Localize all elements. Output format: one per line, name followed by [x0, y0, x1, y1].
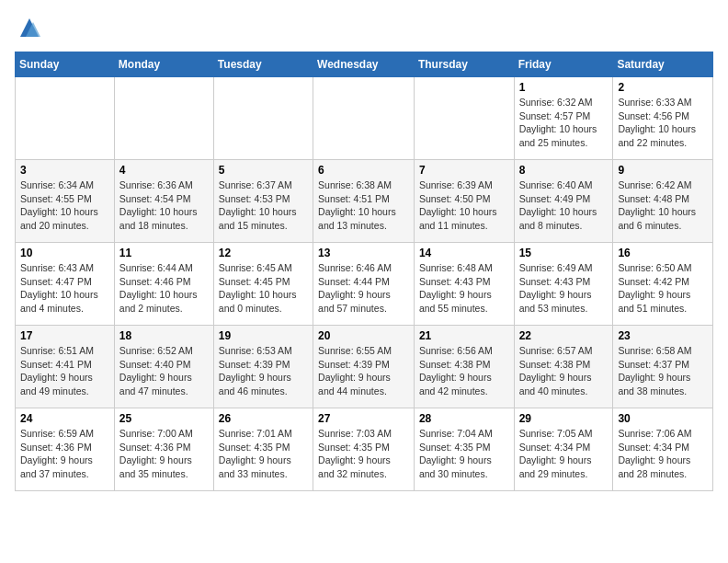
day-number: 26 [219, 412, 308, 425]
day-number: 1 [519, 81, 609, 94]
day-info: Sunrise: 6:50 AM Sunset: 4:42 PM Dayligh… [618, 261, 708, 316]
calendar-cell [414, 77, 514, 160]
day-number: 7 [419, 164, 509, 177]
day-number: 9 [618, 164, 708, 177]
day-number: 6 [318, 164, 409, 177]
day-info: Sunrise: 6:51 AM Sunset: 4:41 PM Dayligh… [20, 344, 109, 398]
calendar-cell: 30Sunrise: 7:06 AM Sunset: 4:34 PM Dayli… [613, 408, 713, 491]
day-info: Sunrise: 6:40 AM Sunset: 4:49 PM Dayligh… [519, 178, 609, 233]
day-info: Sunrise: 7:06 AM Sunset: 4:34 PM Dayligh… [618, 427, 708, 481]
header [15, 15, 713, 40]
calendar-week-row: 10Sunrise: 6:43 AM Sunset: 4:47 PM Dayli… [16, 243, 713, 326]
day-number: 4 [119, 164, 209, 177]
day-info: Sunrise: 7:04 AM Sunset: 4:35 PM Dayligh… [419, 427, 509, 481]
day-info: Sunrise: 6:49 AM Sunset: 4:43 PM Dayligh… [519, 261, 609, 316]
day-info: Sunrise: 6:55 AM Sunset: 4:39 PM Dayligh… [318, 344, 409, 398]
day-number: 22 [519, 329, 609, 342]
day-info: Sunrise: 6:57 AM Sunset: 4:38 PM Dayligh… [519, 344, 609, 398]
day-number: 25 [119, 412, 209, 425]
calendar-cell: 17Sunrise: 6:51 AM Sunset: 4:41 PM Dayli… [16, 326, 115, 408]
day-number: 8 [519, 164, 609, 177]
day-info: Sunrise: 6:46 AM Sunset: 4:44 PM Dayligh… [318, 261, 409, 316]
calendar-cell [213, 77, 313, 160]
day-number: 16 [618, 247, 708, 259]
day-number: 5 [219, 164, 308, 177]
weekday-header-tuesday: Tuesday [213, 52, 313, 77]
day-number: 10 [20, 247, 109, 259]
day-info: Sunrise: 7:05 AM Sunset: 4:34 PM Dayligh… [519, 427, 609, 481]
calendar-cell: 27Sunrise: 7:03 AM Sunset: 4:35 PM Dayli… [313, 408, 415, 491]
calendar-cell: 18Sunrise: 6:52 AM Sunset: 4:40 PM Dayli… [114, 326, 213, 408]
calendar-cell: 22Sunrise: 6:57 AM Sunset: 4:38 PM Dayli… [514, 326, 613, 408]
weekday-header-sunday: Sunday [16, 52, 115, 77]
day-number: 28 [419, 412, 509, 425]
day-info: Sunrise: 6:33 AM Sunset: 4:56 PM Dayligh… [618, 96, 708, 150]
day-info: Sunrise: 6:44 AM Sunset: 4:46 PM Dayligh… [119, 261, 209, 316]
day-number: 2 [618, 81, 708, 94]
day-info: Sunrise: 6:38 AM Sunset: 4:51 PM Dayligh… [318, 178, 409, 233]
calendar-cell: 11Sunrise: 6:44 AM Sunset: 4:46 PM Dayli… [114, 243, 213, 326]
calendar-cell: 24Sunrise: 6:59 AM Sunset: 4:36 PM Dayli… [16, 408, 115, 491]
day-info: Sunrise: 6:36 AM Sunset: 4:54 PM Dayligh… [119, 178, 209, 233]
calendar-cell: 4Sunrise: 6:36 AM Sunset: 4:54 PM Daylig… [114, 160, 213, 243]
calendar-cell: 14Sunrise: 6:48 AM Sunset: 4:43 PM Dayli… [414, 243, 514, 326]
weekday-header-row: SundayMondayTuesdayWednesdayThursdayFrid… [16, 52, 713, 77]
calendar-cell: 6Sunrise: 6:38 AM Sunset: 4:51 PM Daylig… [313, 160, 415, 243]
calendar-cell [16, 77, 115, 160]
day-info: Sunrise: 6:45 AM Sunset: 4:45 PM Dayligh… [219, 261, 308, 316]
calendar-cell [114, 77, 213, 160]
day-info: Sunrise: 6:34 AM Sunset: 4:55 PM Dayligh… [20, 178, 109, 233]
calendar-cell: 1Sunrise: 6:32 AM Sunset: 4:57 PM Daylig… [514, 77, 613, 160]
calendar-cell: 16Sunrise: 6:50 AM Sunset: 4:42 PM Dayli… [613, 243, 713, 326]
day-number: 30 [618, 412, 708, 425]
calendar-cell: 9Sunrise: 6:42 AM Sunset: 4:48 PM Daylig… [613, 160, 713, 243]
day-number: 12 [219, 247, 308, 259]
day-info: Sunrise: 6:37 AM Sunset: 4:53 PM Dayligh… [219, 178, 308, 233]
day-info: Sunrise: 6:42 AM Sunset: 4:48 PM Dayligh… [618, 178, 708, 233]
day-number: 15 [519, 247, 609, 259]
calendar-cell: 26Sunrise: 7:01 AM Sunset: 4:35 PM Dayli… [213, 408, 313, 491]
calendar-cell: 23Sunrise: 6:58 AM Sunset: 4:37 PM Dayli… [613, 326, 713, 408]
day-number: 23 [618, 329, 708, 342]
day-number: 24 [20, 412, 109, 425]
calendar-cell: 12Sunrise: 6:45 AM Sunset: 4:45 PM Dayli… [213, 243, 313, 326]
calendar-cell: 5Sunrise: 6:37 AM Sunset: 4:53 PM Daylig… [213, 160, 313, 243]
day-number: 3 [20, 164, 109, 177]
logo-icon [17, 15, 42, 40]
day-info: Sunrise: 6:32 AM Sunset: 4:57 PM Dayligh… [519, 96, 609, 150]
day-info: Sunrise: 6:58 AM Sunset: 4:37 PM Dayligh… [618, 344, 708, 398]
calendar-cell: 29Sunrise: 7:05 AM Sunset: 4:34 PM Dayli… [514, 408, 613, 491]
day-number: 29 [519, 412, 609, 425]
day-info: Sunrise: 7:03 AM Sunset: 4:35 PM Dayligh… [318, 427, 409, 481]
calendar-cell: 10Sunrise: 6:43 AM Sunset: 4:47 PM Dayli… [16, 243, 115, 326]
weekday-header-thursday: Thursday [414, 52, 514, 77]
calendar-week-row: 3Sunrise: 6:34 AM Sunset: 4:55 PM Daylig… [16, 160, 713, 243]
day-info: Sunrise: 6:39 AM Sunset: 4:50 PM Dayligh… [419, 178, 509, 233]
day-info: Sunrise: 6:52 AM Sunset: 4:40 PM Dayligh… [119, 344, 209, 398]
calendar-week-row: 1Sunrise: 6:32 AM Sunset: 4:57 PM Daylig… [16, 77, 713, 160]
weekday-header-saturday: Saturday [613, 52, 713, 77]
calendar-cell: 20Sunrise: 6:55 AM Sunset: 4:39 PM Dayli… [313, 326, 415, 408]
calendar-cell: 25Sunrise: 7:00 AM Sunset: 4:36 PM Dayli… [114, 408, 213, 491]
calendar-cell: 21Sunrise: 6:56 AM Sunset: 4:38 PM Dayli… [414, 326, 514, 408]
day-number: 11 [119, 247, 209, 259]
day-info: Sunrise: 6:53 AM Sunset: 4:39 PM Dayligh… [219, 344, 308, 398]
calendar-cell: 19Sunrise: 6:53 AM Sunset: 4:39 PM Dayli… [213, 326, 313, 408]
day-number: 19 [219, 329, 308, 342]
day-number: 21 [419, 329, 509, 342]
calendar-cell: 3Sunrise: 6:34 AM Sunset: 4:55 PM Daylig… [16, 160, 115, 243]
calendar-table: SundayMondayTuesdayWednesdayThursdayFrid… [15, 52, 713, 491]
calendar-cell [313, 77, 415, 160]
day-info: Sunrise: 6:59 AM Sunset: 4:36 PM Dayligh… [20, 427, 109, 481]
calendar-week-row: 17Sunrise: 6:51 AM Sunset: 4:41 PM Dayli… [16, 326, 713, 408]
calendar-cell: 2Sunrise: 6:33 AM Sunset: 4:56 PM Daylig… [613, 77, 713, 160]
logo [15, 15, 42, 40]
day-info: Sunrise: 7:00 AM Sunset: 4:36 PM Dayligh… [119, 427, 209, 481]
day-number: 13 [318, 247, 409, 259]
calendar-cell: 13Sunrise: 6:46 AM Sunset: 4:44 PM Dayli… [313, 243, 415, 326]
calendar-cell: 8Sunrise: 6:40 AM Sunset: 4:49 PM Daylig… [514, 160, 613, 243]
weekday-header-monday: Monday [114, 52, 213, 77]
weekday-header-wednesday: Wednesday [313, 52, 415, 77]
day-info: Sunrise: 6:56 AM Sunset: 4:38 PM Dayligh… [419, 344, 509, 398]
calendar-week-row: 24Sunrise: 6:59 AM Sunset: 4:36 PM Dayli… [16, 408, 713, 491]
